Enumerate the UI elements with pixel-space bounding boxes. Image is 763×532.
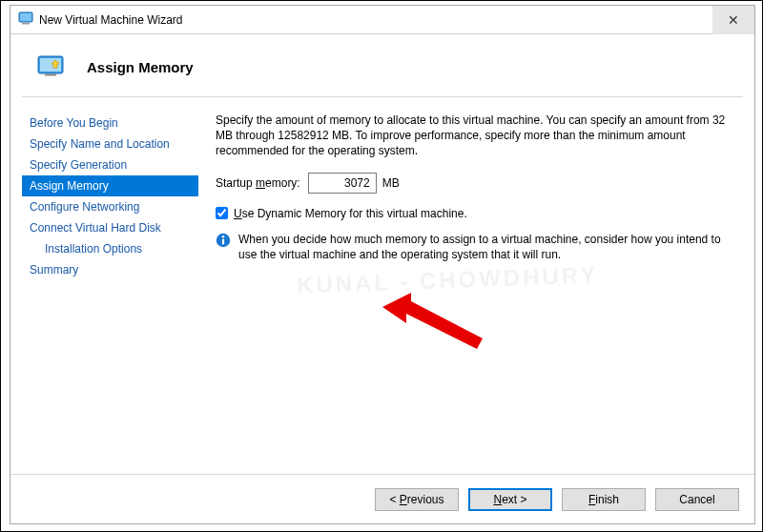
finish-button[interactable]: Finish <box>562 488 646 511</box>
svg-rect-4 <box>40 58 61 72</box>
close-button[interactable]: ✕ <box>712 6 754 34</box>
startup-memory-row: Startup memory: MB <box>216 173 735 194</box>
step-specify-name-location[interactable]: Specify Name and Location <box>22 133 198 154</box>
info-icon <box>216 233 231 252</box>
svg-point-8 <box>222 235 225 237</box>
dynamic-memory-checkbox[interactable] <box>216 207 228 219</box>
window-title: New Virtual Machine Wizard <box>39 13 183 27</box>
step-assign-memory[interactable]: Assign Memory <box>22 175 198 196</box>
svg-rect-9 <box>222 238 224 244</box>
wizard-steps: Before You Begin Specify Name and Locati… <box>22 109 198 474</box>
step-specify-generation[interactable]: Specify Generation <box>22 154 198 175</box>
titlebar: New Virtual Machine Wizard ✕ <box>10 6 754 34</box>
step-installation-options[interactable]: Installation Options <box>22 238 198 259</box>
app-icon <box>18 10 33 29</box>
dynamic-memory-label: Use Dynamic Memory for this virtual mach… <box>234 207 467 220</box>
startup-memory-label: Startup memory: <box>216 176 300 190</box>
dynamic-memory-row[interactable]: Use Dynamic Memory for this virtual mach… <box>216 207 735 220</box>
step-connect-vhd[interactable]: Connect Virtual Hard Disk <box>22 217 198 238</box>
wizard-window: New Virtual Machine Wizard ✕ Assign Memo… <box>10 5 755 524</box>
page-title: Assign Memory <box>87 59 194 75</box>
wizard-content: Specify the amount of memory to allocate… <box>198 109 743 474</box>
startup-memory-input[interactable] <box>308 173 377 194</box>
memory-description: Specify the amount of memory to allocate… <box>216 113 735 159</box>
close-icon: ✕ <box>728 12 739 28</box>
wizard-footer: < Previous Next > Finish Cancel <box>10 474 754 523</box>
step-summary[interactable]: Summary <box>22 259 198 280</box>
svg-rect-1 <box>20 13 31 21</box>
step-configure-networking[interactable]: Configure Networking <box>22 196 198 217</box>
startup-memory-unit: MB <box>382 176 400 190</box>
info-text: When you decide how much memory to assig… <box>238 232 735 262</box>
wizard-header-icon <box>37 55 64 79</box>
cancel-button[interactable]: Cancel <box>655 488 739 511</box>
next-button[interactable]: Next > <box>468 488 552 511</box>
info-row: When you decide how much memory to assig… <box>216 232 735 262</box>
svg-rect-2 <box>22 23 30 25</box>
wizard-body: Before You Begin Specify Name and Locati… <box>10 97 754 474</box>
wizard-header: Assign Memory <box>10 34 754 96</box>
svg-rect-5 <box>45 74 56 76</box>
previous-button[interactable]: < Previous <box>375 488 459 511</box>
step-before-you-begin[interactable]: Before You Begin <box>22 113 198 133</box>
